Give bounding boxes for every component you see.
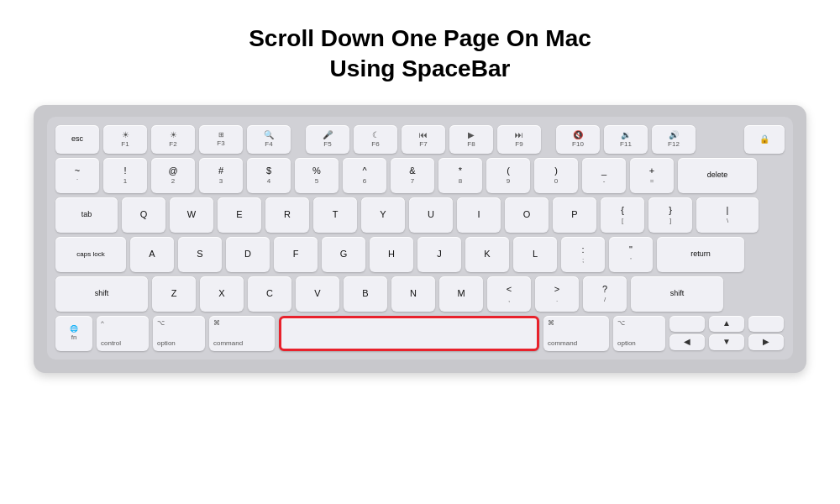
function-row: esc ☀F1 ☀F2 ⊞F3 🔍F4 🎤F5 ☾F6 ⏮F7 ▶F8 ⏭F9 …: [55, 125, 785, 154]
f2-key[interactable]: ☀F2: [151, 125, 195, 154]
d-key[interactable]: D: [226, 237, 270, 272]
lock-key[interactable]: 🔒: [744, 125, 785, 154]
f1-key[interactable]: ☀F1: [103, 125, 147, 154]
u-key[interactable]: U: [409, 197, 453, 233]
0-key[interactable]: )0: [534, 158, 578, 193]
p-key[interactable]: P: [553, 197, 596, 233]
qwerty-row: tab Q W E R T Y U I O P {[ }] |\: [55, 197, 785, 233]
4-key[interactable]: $4: [247, 158, 291, 193]
f5-key[interactable]: 🎤F5: [306, 125, 349, 154]
minus-key[interactable]: _-: [582, 158, 626, 193]
right-option-key[interactable]: ⌥ option: [613, 316, 665, 351]
backslash-key[interactable]: |\: [696, 197, 759, 233]
caps-lock-key[interactable]: caps lock: [55, 237, 126, 272]
w-key[interactable]: W: [170, 197, 213, 233]
right-command-key[interactable]: ⌘ command: [543, 316, 609, 351]
esc-key[interactable]: esc: [55, 125, 99, 154]
down-arrow-key[interactable]: ▼: [709, 334, 744, 350]
keyboard: esc ☀F1 ☀F2 ⊞F3 🔍F4 🎤F5 ☾F6 ⏮F7 ▶F8 ⏭F9 …: [34, 105, 806, 373]
f8-key[interactable]: ▶F8: [449, 125, 493, 154]
left-shift-key[interactable]: shift: [55, 276, 148, 312]
f9-key[interactable]: ⏭F9: [497, 125, 541, 154]
x-key[interactable]: X: [200, 276, 244, 312]
b-key[interactable]: B: [344, 276, 387, 312]
f-key[interactable]: F: [274, 237, 318, 272]
h-key[interactable]: H: [370, 237, 413, 272]
f10-key[interactable]: 🔇F10: [556, 125, 600, 154]
number-row: ~` !1 @2 #3 $4 %5 ^6 &7 *8 (9 )0 _- += d…: [55, 158, 785, 193]
o-key[interactable]: O: [505, 197, 549, 233]
equals-key[interactable]: +=: [630, 158, 674, 193]
j-key[interactable]: J: [417, 237, 461, 272]
i-key[interactable]: I: [457, 197, 501, 233]
q-key[interactable]: Q: [122, 197, 165, 233]
1-key[interactable]: !1: [103, 158, 147, 193]
7-key[interactable]: &7: [391, 158, 434, 193]
up-arrow-key[interactable]: ▲: [709, 316, 744, 332]
quote-key[interactable]: "': [609, 237, 653, 272]
a-key[interactable]: A: [130, 237, 174, 272]
right-arrow-key[interactable]: ▶: [748, 334, 784, 350]
fn-key[interactable]: 🌐 fn: [55, 316, 92, 351]
f12-key[interactable]: 🔊F12: [652, 125, 696, 154]
r-key[interactable]: R: [265, 197, 309, 233]
e-key[interactable]: E: [218, 197, 261, 233]
n-key[interactable]: N: [391, 276, 435, 312]
m-key[interactable]: M: [439, 276, 483, 312]
f7-key[interactable]: ⏮F7: [402, 125, 445, 154]
spacebar-key[interactable]: [279, 316, 539, 351]
c-key[interactable]: C: [248, 276, 291, 312]
y-key[interactable]: Y: [361, 197, 405, 233]
right-shift-key[interactable]: shift: [631, 276, 723, 312]
f11-key[interactable]: 🔉F11: [604, 125, 648, 154]
lbracket-key[interactable]: {[: [601, 197, 644, 233]
k-key[interactable]: K: [465, 237, 509, 272]
shift-row: shift Z X C V B N M <, >. ?/ shift: [55, 276, 785, 312]
period-key[interactable]: >.: [535, 276, 579, 312]
return-key[interactable]: return: [657, 237, 744, 272]
g-key[interactable]: G: [322, 237, 365, 272]
control-key[interactable]: ^ control: [97, 316, 149, 351]
semicolon-key[interactable]: :;: [561, 237, 605, 272]
s-key[interactable]: S: [178, 237, 222, 272]
left-option-key[interactable]: ⌥ option: [153, 316, 205, 351]
2-key[interactable]: @2: [151, 158, 195, 193]
placeholder-left: [669, 316, 705, 332]
tab-key[interactable]: tab: [55, 197, 118, 233]
5-key[interactable]: %5: [295, 158, 339, 193]
slash-key[interactable]: ?/: [583, 276, 627, 312]
9-key[interactable]: (9: [486, 158, 530, 193]
delete-key[interactable]: delete: [678, 158, 757, 193]
page-title: Scroll Down One Page On Mac Using SpaceB…: [249, 24, 591, 85]
rbracket-key[interactable]: }]: [648, 197, 692, 233]
l-key[interactable]: L: [513, 237, 557, 272]
comma-key[interactable]: <,: [487, 276, 531, 312]
8-key[interactable]: *8: [438, 158, 482, 193]
6-key[interactable]: ^6: [343, 158, 386, 193]
t-key[interactable]: T: [313, 197, 357, 233]
left-command-key[interactable]: ⌘ command: [209, 316, 275, 351]
f4-key[interactable]: 🔍F4: [247, 125, 291, 154]
placeholder-right: [748, 316, 784, 332]
left-arrow-key[interactable]: ◀: [669, 334, 705, 350]
bottom-row: 🌐 fn ^ control ⌥ option ⌘ command ⌘ comm…: [55, 316, 785, 351]
f6-key[interactable]: ☾F6: [354, 125, 397, 154]
v-key[interactable]: V: [296, 276, 339, 312]
backtick-key[interactable]: ~`: [55, 158, 99, 193]
3-key[interactable]: #3: [199, 158, 243, 193]
f3-key[interactable]: ⊞F3: [199, 125, 243, 154]
z-key[interactable]: Z: [152, 276, 196, 312]
home-row: caps lock A S D F G H J K L :; "' return: [55, 237, 785, 272]
